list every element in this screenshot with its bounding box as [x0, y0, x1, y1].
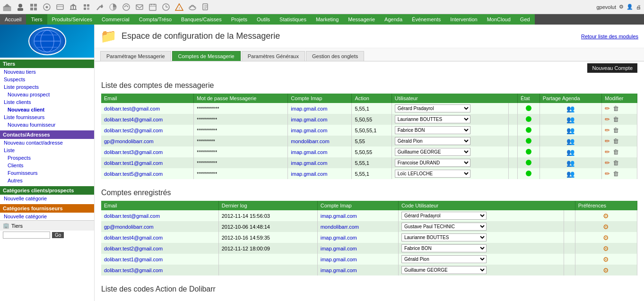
delete-icon[interactable]: 🗑	[613, 105, 619, 112]
sidebar-nouveau-client[interactable]: Nouveau client	[0, 106, 94, 113]
delete-icon[interactable]: 🗑	[613, 170, 619, 177]
nav-agenda[interactable]: Agenda	[380, 14, 407, 25]
ged-icon[interactable]	[201, 3, 210, 11]
statistiques-icon[interactable]	[109, 3, 117, 11]
sidebar-liste-clients[interactable]: Liste clients	[0, 98, 94, 106]
messagerie-icon[interactable]	[135, 3, 144, 11]
user-select[interactable]: Gérard Pradayrol	[395, 104, 470, 112]
edit-icon[interactable]: ✏	[605, 159, 610, 166]
nav-intervention[interactable]: Intervention	[445, 14, 482, 25]
user-select2[interactable]: Laurianne BOUTTES	[401, 233, 487, 241]
sidebar-liste-prospects[interactable]: Liste prospects	[0, 83, 94, 91]
user-select2[interactable]: Fabrice BON	[401, 244, 487, 252]
nav-commercial[interactable]: Commercial	[97, 14, 134, 25]
user-select[interactable]: Francoise DURAND	[395, 159, 470, 167]
banques-icon[interactable]	[69, 3, 78, 11]
user-select2[interactable]: Guillaume GEORGE	[401, 266, 487, 274]
edit-icon[interactable]: ✏	[605, 138, 610, 145]
settings-icon[interactable]: ⚙	[619, 4, 624, 10]
edit-icon[interactable]: ✏	[605, 127, 610, 134]
pref-icon[interactable]: ⚙	[603, 234, 609, 241]
delete-icon[interactable]: 🗑	[613, 127, 619, 134]
delete-icon[interactable]: 🗑	[613, 159, 619, 166]
delete-icon[interactable]: 🗑	[613, 138, 619, 145]
sidebar-nouvelle-cat-client[interactable]: Nouvelle catégorie	[0, 195, 94, 202]
sidebar-fournisseurs[interactable]: Fournisseurs	[0, 169, 94, 177]
sidebar-search-input[interactable]	[3, 232, 50, 239]
nav-statistiques[interactable]: Statistiques	[275, 14, 311, 25]
edit-icon[interactable]: ✏	[605, 116, 610, 123]
pref-icon[interactable]: ⚙	[603, 223, 609, 231]
user-select2[interactable]: Gérard Pradayrol	[401, 212, 487, 220]
nav-marketing[interactable]: Marketing	[311, 14, 343, 25]
moncloud-icon[interactable]	[188, 3, 197, 11]
tab-comptes[interactable]: Comptes de Messagerie	[172, 51, 241, 61]
sidebar-nouveau-tiers[interactable]: Nouveau tiers	[0, 68, 94, 76]
sidebar-go-button[interactable]: Go	[52, 232, 64, 238]
pref-icon[interactable]: ⚙	[603, 212, 609, 220]
nav-accueil[interactable]: Accueil	[0, 14, 26, 25]
user-select[interactable]: Gérald Pion	[395, 137, 470, 145]
user-select[interactable]: Laurianne BOUTTES	[395, 115, 470, 123]
nav-tiers[interactable]: Tiers	[26, 14, 47, 25]
sidebar-suspects[interactable]: Suspects	[0, 76, 94, 83]
sidebar-prospects[interactable]: Prospects	[0, 154, 94, 162]
sidebar-nouveau-prospect[interactable]: Nouveau prospect	[0, 91, 94, 98]
user-select[interactable]: Guillaume GEORGE	[395, 148, 470, 156]
sidebar-liste-fournisseurs[interactable]: Liste fournisseurs	[0, 113, 94, 121]
tab-parametrage[interactable]: Paramétrage Messagerie	[100, 51, 171, 61]
home-icon[interactable]	[3, 3, 11, 11]
pref-icon[interactable]: ⚙	[603, 256, 609, 263]
nav-projets[interactable]: Projets	[226, 14, 252, 25]
marketing-icon[interactable]	[122, 3, 131, 11]
edit-icon[interactable]: ✏	[605, 170, 610, 177]
user-select[interactable]: Loïc LEFLOCHE	[395, 170, 470, 178]
edit-icon[interactable]: ✏	[605, 105, 610, 112]
svg-text:!: !	[179, 6, 180, 10]
outils-icon[interactable]	[96, 3, 104, 11]
nav-ged[interactable]: Ged	[515, 14, 535, 25]
tab-parametres-generaux[interactable]: Paramètres Généraux	[242, 51, 305, 61]
printer-icon[interactable]: 🖨	[636, 4, 641, 10]
back-link[interactable]: Retour liste des modules	[581, 34, 638, 39]
sidebar-nouvelle-cat-fournisseur[interactable]: Nouvelle catégorie	[0, 213, 94, 220]
share-icon[interactable]: 👥	[566, 105, 574, 112]
nav-moncloud[interactable]: MonCloud	[482, 14, 515, 25]
commercial-icon[interactable]	[43, 3, 51, 11]
delete-icon[interactable]: 🗑	[613, 116, 619, 123]
new-account-button[interactable]: Nouveau Compte	[587, 63, 637, 73]
evenements-icon[interactable]	[162, 3, 170, 11]
nav-banques[interactable]: Banques/Caisses	[176, 14, 226, 25]
user-icon[interactable]: 👤	[627, 4, 633, 10]
share-icon[interactable]: 👥	[566, 138, 574, 145]
user-select[interactable]: Fabrice BON	[395, 126, 470, 134]
nav-evenements[interactable]: Événements	[407, 14, 445, 25]
share-icon[interactable]: 👥	[566, 127, 574, 134]
nav-outils[interactable]: Outils	[252, 14, 275, 25]
share-icon[interactable]: 👥	[566, 170, 574, 178]
sidebar-liste-contacts[interactable]: Liste	[0, 146, 94, 154]
products-icon[interactable]	[29, 3, 38, 11]
tiers-icon[interactable]	[16, 3, 25, 11]
share-icon[interactable]: 👥	[566, 116, 574, 123]
nav-compta[interactable]: Compta/Tréso	[134, 14, 176, 25]
agenda-icon[interactable]	[148, 3, 157, 11]
sidebar-nouveau-contact[interactable]: Nouveau contact/adresse	[0, 139, 94, 146]
share-icon[interactable]: 👥	[566, 159, 574, 167]
user-select2[interactable]: Gustave Paul TECHNIC	[401, 223, 487, 231]
edit-icon[interactable]: ✏	[605, 148, 610, 155]
intervention-icon[interactable]: !	[175, 3, 183, 11]
projets-icon[interactable]	[82, 3, 91, 11]
tab-gestion-onglets[interactable]: Gestion des onglets	[306, 51, 364, 61]
delete-icon[interactable]: 🗑	[613, 148, 619, 155]
sidebar-autres[interactable]: Autres	[0, 177, 94, 184]
pref-icon[interactable]: ⚙	[603, 267, 609, 274]
nav-produits[interactable]: Produits/Services	[47, 14, 97, 25]
sidebar-clients[interactable]: Clients	[0, 162, 94, 169]
sidebar-nouveau-fournisseur[interactable]: Nouveau fournisseur	[0, 121, 94, 129]
nav-messagerie[interactable]: Messagerie	[343, 14, 380, 25]
user-select2[interactable]: Gérald Pion	[401, 255, 487, 263]
share-icon[interactable]: 👥	[566, 148, 574, 156]
compta-icon[interactable]	[56, 3, 64, 11]
pref-icon[interactable]: ⚙	[603, 245, 609, 252]
